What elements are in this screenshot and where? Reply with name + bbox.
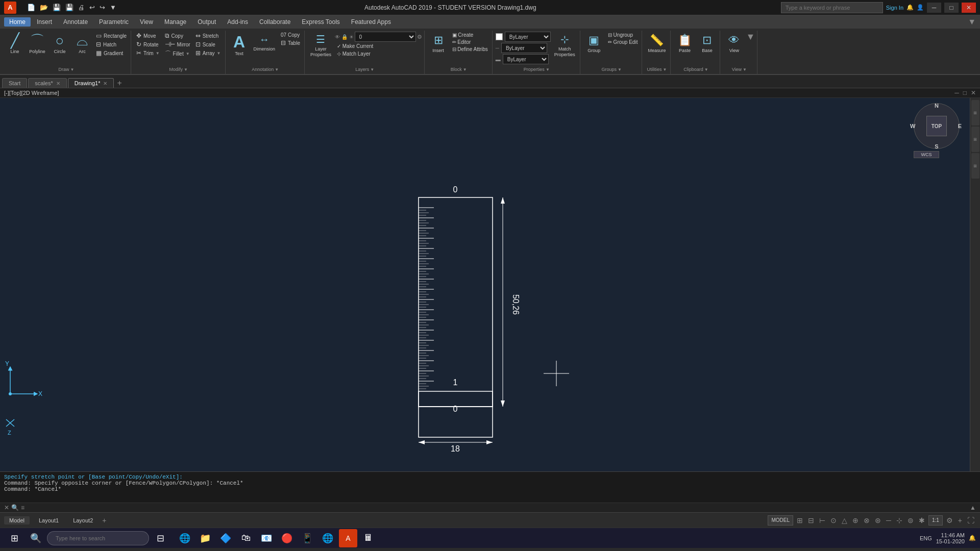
right-panel-btn1[interactable]: ⊞ [971, 100, 979, 126]
tab-start[interactable]: Start [2, 78, 27, 88]
taskbar-autocad[interactable]: A [339, 529, 357, 547]
groups-dropdown-arrow[interactable]: ▼ [618, 67, 622, 72]
undo-button[interactable]: ↩ [88, 3, 96, 12]
menu-view[interactable]: View [135, 17, 158, 27]
view-expand-button[interactable]: 👁 View [723, 32, 745, 56]
ducs-button[interactable]: ⊗ [862, 516, 871, 524]
layout-add-button[interactable]: + [102, 516, 106, 524]
block-dropdown-arrow[interactable]: ▼ [463, 67, 467, 72]
tab-add-button[interactable]: + [115, 79, 124, 88]
menu-manage[interactable]: Manage [159, 17, 191, 27]
menu-collaborate[interactable]: Collaborate [254, 17, 296, 27]
cmd-search-button[interactable]: 🔍 [11, 504, 19, 511]
qp-button[interactable]: ⊚ [906, 516, 915, 524]
modify-dropdown-arrow[interactable]: ▼ [184, 67, 188, 72]
menu-output[interactable]: Output [192, 17, 221, 27]
print-button[interactable]: 🖨 [77, 3, 86, 12]
statusbar-layout2-tab[interactable]: Layout2 [68, 516, 98, 524]
menu-insert[interactable]: Insert [32, 17, 57, 27]
maximize-button[interactable]: □ [944, 3, 959, 13]
zoom-button[interactable]: + [957, 516, 964, 524]
saveas-button[interactable]: 💾 [64, 3, 75, 12]
define-attribs-button[interactable]: ⊟ Define Attribs [450, 46, 490, 53]
otrack-button[interactable]: ⊕ [851, 516, 860, 524]
array-button[interactable]: ⊞ Array ▼ [193, 49, 223, 57]
create-block-button[interactable]: ▣ Create [450, 32, 490, 38]
stretch-button[interactable]: ⇔ Stretch [193, 32, 223, 40]
gradient-button[interactable]: ▦ Gradient [94, 49, 129, 57]
table-button[interactable]: ⊟ Table [279, 39, 302, 47]
paste-button[interactable]: 📋 Paste [674, 32, 695, 56]
tpmode-button[interactable]: ⊹ [895, 516, 904, 524]
statusbar-layout1-tab[interactable]: Layout1 [34, 516, 64, 524]
draw-dropdown-arrow[interactable]: ▼ [70, 67, 75, 72]
ribbon-search[interactable] [781, 2, 883, 13]
cmd-options-button[interactable]: ▲ [970, 504, 976, 511]
match-layer-button[interactable]: ⊹ Match Layer [335, 51, 422, 57]
tab-drawing1-close[interactable]: ✕ [103, 81, 107, 86]
properties-dropdown-arrow[interactable]: ▼ [546, 67, 550, 72]
taskbar-search-input[interactable] [47, 531, 149, 545]
redo-button[interactable]: ↪ [98, 3, 107, 12]
rotate-button[interactable]: ↻ Rotate [134, 40, 162, 48]
taskbar-ie[interactable]: 🌐 [176, 529, 194, 547]
make-current-button[interactable]: ✓ Make Current [335, 43, 422, 49]
layer-dropdown[interactable]: 0 [355, 32, 416, 42]
view-dropdown-arrow[interactable]: ▼ [746, 32, 755, 42]
open-button[interactable]: 📂 [38, 3, 50, 12]
snap-button[interactable]: ⊟ [806, 516, 816, 524]
taskbar-app1[interactable]: 🔴 [278, 529, 296, 547]
scale-button[interactable]: ⊡ Scale [193, 40, 223, 48]
measure-button[interactable]: 📏 Measure [645, 32, 668, 56]
viewport-restore[interactable]: ─ [954, 89, 959, 96]
dimension-button[interactable]: ↔ Dimension [251, 32, 278, 54]
cmd-cancel-button[interactable]: ✕ [4, 504, 9, 511]
annotation-dropdown-arrow[interactable]: ▼ [275, 67, 279, 72]
command-input[interactable] [27, 505, 968, 511]
match-properties-button[interactable]: ⊹ MatchProperties [552, 32, 578, 59]
taskbar-notification[interactable]: 🔔 [969, 535, 976, 541]
close-button[interactable]: ✕ [962, 3, 976, 13]
polyline-button[interactable]: ⌒ Polyline [27, 32, 48, 57]
arc-button[interactable]: ⌓ Arc [71, 32, 93, 57]
menu-annotate[interactable]: Annotate [58, 17, 93, 27]
canvas-area[interactable]: X Y Z [0, 98, 980, 471]
insert-button[interactable]: ⊞ Insert [428, 32, 449, 56]
rectangle-button[interactable]: ▭ Rectangle [94, 32, 129, 40]
osnap-button[interactable]: △ [840, 516, 849, 524]
start-button[interactable]: ⊞ [4, 529, 24, 547]
color-dropdown[interactable]: ByLayer [505, 32, 551, 42]
right-panel-btn2[interactable]: ⊞ [971, 127, 979, 152]
trim-button[interactable]: ✂ Trim ▼ [134, 49, 162, 57]
ortho-button[interactable]: ⊢ [818, 516, 827, 524]
minimize-button[interactable]: ─ [927, 3, 941, 13]
menu-express[interactable]: Express Tools [297, 17, 345, 27]
viewport-close[interactable]: ✕ [971, 89, 976, 96]
menu-addins[interactable]: Add-ins [222, 17, 253, 27]
group-edit-button[interactable]: ✏ Group Edit [606, 39, 640, 45]
group-button[interactable]: ▣ Group [583, 32, 605, 56]
fillet-button[interactable]: ⌒ Fillet ▼ [163, 49, 192, 59]
taskbar-taskview[interactable]: ⊟ [151, 529, 169, 547]
menu-home[interactable]: Home [4, 17, 31, 27]
circle-button[interactable]: ○ Circle [49, 32, 70, 57]
layers-dropdown-arrow[interactable]: ▼ [370, 67, 374, 72]
taskbar-file-explorer[interactable]: 📁 [196, 529, 214, 547]
statusbar-model-tab[interactable]: Model [4, 516, 30, 524]
signin-button[interactable]: Sign In [886, 5, 903, 11]
model-space-button[interactable]: MODEL [768, 515, 793, 525]
block-editor-button[interactable]: ✏ Editor [450, 39, 490, 45]
tab-drawing1[interactable]: Drawing1* ✕ [68, 78, 114, 88]
07copy-button[interactable]: 07 Copy [279, 32, 302, 38]
viewport-max[interactable]: □ [963, 89, 967, 96]
qa-dropdown[interactable]: ▼ [108, 3, 118, 12]
line-button[interactable]: ╱ Line [4, 32, 26, 57]
clipboard-dropdown-arrow[interactable]: ▼ [704, 67, 708, 72]
scale-ratio-button[interactable]: 1:1 [928, 515, 943, 525]
compass-center[interactable]: TOP [926, 116, 947, 136]
grid-button[interactable]: ⊞ [795, 516, 804, 524]
ribbon-expand[interactable]: ▼ [968, 17, 976, 27]
menu-featured[interactable]: Featured Apps [346, 17, 396, 27]
layer-properties-button[interactable]: ☰ LayerProperties [308, 32, 334, 59]
menu-parametric[interactable]: Parametric [94, 17, 134, 27]
